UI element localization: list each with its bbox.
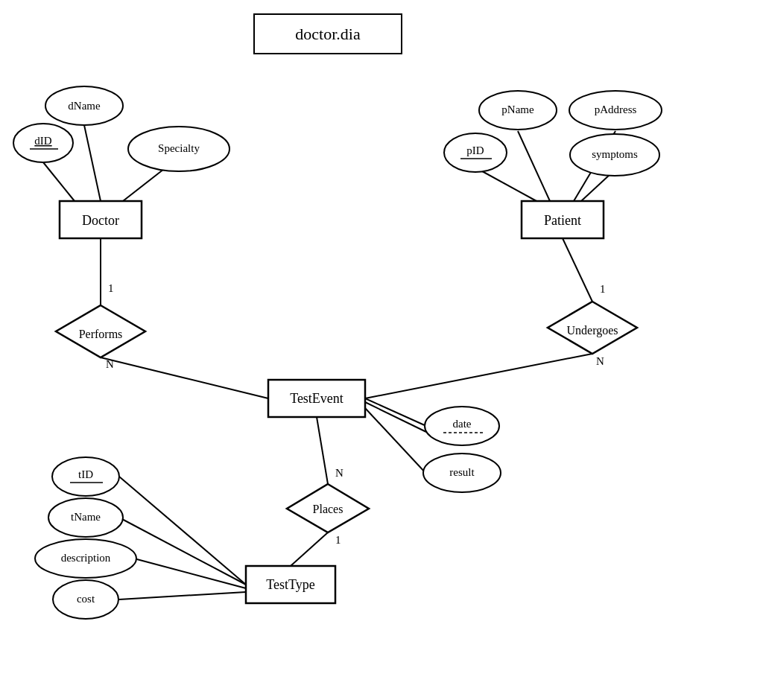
diagram-container: doctor.dia <box>0 0 763 700</box>
svg-line-2 <box>123 169 164 201</box>
svg-text:cost: cost <box>77 593 95 605</box>
svg-line-11 <box>365 398 426 426</box>
svg-text:tID: tID <box>78 468 93 480</box>
svg-text:dID: dID <box>34 135 51 147</box>
svg-line-6 <box>581 174 611 201</box>
svg-text:Undergoes: Undergoes <box>566 324 618 337</box>
svg-line-17 <box>119 518 246 585</box>
svg-text:symptoms: symptoms <box>592 148 638 160</box>
svg-text:dName: dName <box>68 100 101 112</box>
svg-text:N: N <box>335 467 343 479</box>
svg-text:Places: Places <box>313 503 343 515</box>
svg-text:tName: tName <box>71 511 101 523</box>
svg-text:N: N <box>596 355 604 367</box>
svg-text:pID: pID <box>466 144 484 156</box>
svg-line-14 <box>317 417 328 484</box>
diagram-title: doctor.dia <box>253 13 402 54</box>
svg-text:TestEvent: TestEvent <box>290 391 343 406</box>
svg-text:N: N <box>106 358 114 370</box>
svg-text:Doctor: Doctor <box>82 213 119 228</box>
svg-line-13 <box>365 408 426 474</box>
svg-line-8 <box>101 357 268 398</box>
svg-text:Specialty: Specialty <box>158 142 200 154</box>
diagram-svg: Performs 1 N Undergoes 1 N Places N 1 Do… <box>0 0 763 700</box>
svg-line-9 <box>563 238 592 302</box>
svg-text:pName: pName <box>501 104 534 115</box>
svg-text:1: 1 <box>600 283 606 295</box>
svg-line-19 <box>119 592 246 599</box>
svg-text:Performs: Performs <box>79 328 123 340</box>
svg-text:1: 1 <box>108 282 114 294</box>
svg-line-0 <box>84 125 101 201</box>
svg-text:description: description <box>61 552 111 564</box>
svg-line-18 <box>134 559 246 588</box>
svg-text:pAddress: pAddress <box>595 104 637 115</box>
svg-line-15 <box>291 532 328 566</box>
svg-text:TestType: TestType <box>266 577 314 592</box>
svg-text:result: result <box>449 466 475 478</box>
svg-line-10 <box>365 354 592 398</box>
svg-line-1 <box>43 162 75 201</box>
title-text: doctor.dia <box>295 25 360 44</box>
svg-text:Patient: Patient <box>544 213 581 228</box>
svg-text:1: 1 <box>335 534 341 546</box>
svg-line-3 <box>518 131 550 201</box>
svg-line-16 <box>119 477 246 585</box>
svg-line-5 <box>475 168 536 201</box>
svg-text:date: date <box>453 418 472 430</box>
